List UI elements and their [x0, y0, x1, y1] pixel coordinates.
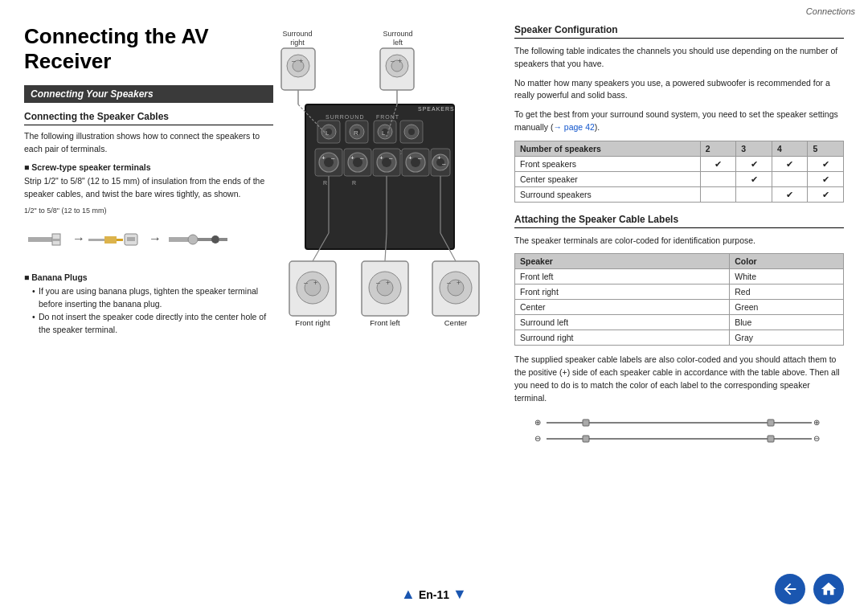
svg-point-13 [211, 235, 219, 244]
color-row0-col1: White [730, 269, 844, 284]
svg-rect-8 [127, 237, 135, 241]
config-row1-col4: ✔ [808, 171, 844, 186]
back-icon [781, 580, 799, 598]
svg-text:Surround: Surround [282, 30, 312, 38]
table-row: Front speakers ✔ ✔ ✔ ✔ [515, 156, 844, 171]
config-col-header-4: 5 [808, 141, 844, 156]
svg-rect-0 [28, 237, 52, 242]
svg-text:SURROUND: SURROUND [326, 114, 364, 120]
section-bar: Connecting Your Speakers [24, 85, 273, 103]
svg-rect-113 [583, 436, 589, 442]
svg-text:Front right: Front right [295, 318, 330, 327]
svg-rect-10 [169, 237, 189, 242]
svg-text:–: – [304, 279, 308, 287]
config-col-header-3: 4 [772, 141, 808, 156]
config-row0-col3: ✔ [772, 156, 808, 171]
svg-rect-115 [768, 436, 774, 442]
cable-label-svg: ⊕ ⊕ ⊖ ⊖ [534, 412, 824, 452]
color-col-header-0: Speaker [515, 254, 730, 269]
config-row2-col0: Surround speakers [515, 186, 701, 202]
footer-nav: ▲ En-11 ▼ [401, 586, 467, 603]
config-row1-col1 [700, 171, 736, 186]
svg-text:FRONT: FRONT [376, 114, 399, 120]
svg-rect-5 [104, 236, 117, 244]
home-icon [820, 580, 837, 598]
svg-point-47 [408, 129, 415, 135]
svg-text:+: + [321, 154, 326, 162]
svg-text:–: – [389, 154, 393, 162]
color-row4-col0: Surround right [515, 330, 730, 346]
svg-text:R: R [323, 180, 327, 186]
page-number: En-11 [419, 588, 449, 601]
svg-rect-6 [117, 239, 123, 241]
table-row: Surround speakers ✔ ✔ [515, 186, 844, 202]
speaker-config-body1: The following table indicates the channe… [514, 45, 844, 71]
banana-heading: Banana Plugs [24, 272, 273, 282]
left-column: Connecting the AVReceiver Connecting You… [24, 24, 273, 341]
screw-heading: Screw-type speaker terminals [24, 162, 273, 172]
color-row3-col1: Blue [730, 315, 844, 330]
cable-labels-title: Attaching the Speaker Cable Labels [514, 214, 844, 228]
svg-text:+: + [408, 154, 412, 162]
config-row0-col0: Front speakers [515, 156, 701, 171]
config-row0-col2: ✔ [736, 156, 772, 171]
config-row2-col4: ✔ [808, 186, 844, 202]
table-row: Center speaker ✔ ✔ [515, 171, 844, 186]
config-col-header-2: 3 [736, 141, 772, 156]
color-table: Speaker Color Front left White Front rig… [514, 253, 844, 346]
svg-text:+: + [299, 57, 303, 65]
config-row0-col4: ✔ [808, 156, 844, 171]
svg-rect-12 [198, 238, 212, 241]
svg-rect-14 [219, 238, 227, 241]
cable-labels-body: The speaker terminals are color-coded fo… [514, 235, 844, 248]
speaker-diagram-svg: Surround right Surround left – + – + SUR… [273, 24, 498, 370]
section-label: Connections [806, 6, 855, 16]
svg-text:+: + [379, 154, 383, 162]
config-row1-col0: Center speaker [515, 171, 701, 186]
wire-label: 1/2" to 5/8" (12 to 15 mm) [24, 207, 273, 215]
svg-text:–: – [292, 57, 296, 65]
svg-text:+: + [398, 57, 402, 65]
prev-arrow-icon[interactable]: ▲ [401, 586, 416, 603]
svg-text:R: R [352, 180, 356, 186]
svg-rect-4 [88, 239, 104, 241]
svg-text:–: – [360, 154, 364, 162]
back-button[interactable] [775, 574, 805, 604]
color-col-header-1: Color [730, 254, 844, 269]
config-row2-col2 [736, 186, 772, 202]
speaker-diagram: Surround right Surround left – + – + SUR… [273, 24, 498, 371]
color-row1-col0: Front right [515, 284, 730, 300]
svg-text:→: → [72, 231, 85, 245]
footer: ▲ En-11 ▼ [0, 586, 868, 603]
svg-text:L: L [326, 129, 330, 137]
svg-text:–: – [447, 279, 451, 287]
table-row: Front right Red [515, 284, 844, 300]
svg-text:–: – [442, 160, 446, 167]
color-row2-col1: Green [730, 300, 844, 315]
svg-text:R: R [354, 129, 358, 137]
speaker-config-body3: To get the best from your surround sound… [514, 108, 844, 134]
svg-text:+: + [350, 154, 354, 162]
wire-strip-diagram: → → [24, 216, 249, 264]
speaker-config-body2: No matter how many speakers you use, a p… [514, 77, 844, 103]
screw-text: Strip 1/2" to 5/8" (12 to 15 mm) of insu… [24, 175, 273, 201]
middle-column: Surround right Surround left – + – + SUR… [273, 24, 498, 371]
speaker-config-table: Number of speakers 2 3 4 5 Front speaker… [514, 141, 844, 203]
speaker-config-title: Speaker Configuration [514, 24, 844, 39]
svg-text:+: + [386, 279, 390, 287]
svg-text:Center: Center [444, 318, 468, 327]
color-row1-col1: Red [730, 284, 844, 300]
svg-text:–: – [331, 154, 335, 162]
config-col-header-1: 2 [700, 141, 736, 156]
home-button[interactable] [813, 574, 844, 604]
svg-text:–: – [376, 279, 380, 287]
svg-text:+: + [437, 154, 441, 162]
table-row: Surround left Blue [515, 315, 844, 330]
page-title: Connecting the AVReceiver [24, 24, 273, 74]
svg-text:⊖: ⊖ [813, 434, 820, 443]
next-arrow-icon[interactable]: ▼ [452, 586, 467, 603]
page-link[interactable]: → page 42 [553, 122, 594, 132]
bottom-nav-icons [775, 574, 844, 604]
table-row: Front left White [515, 269, 844, 284]
body-text-cables: The following illustration shows how to … [24, 130, 273, 156]
